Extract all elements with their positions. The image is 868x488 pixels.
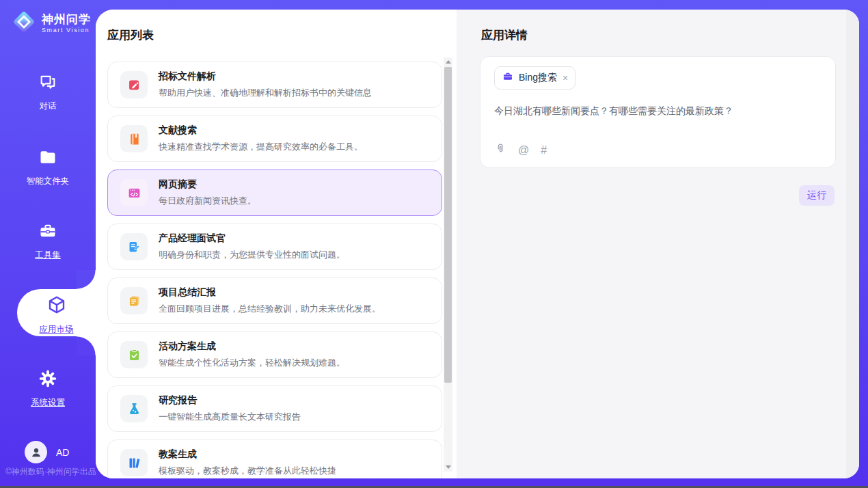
app-list-scrollbar[interactable] bbox=[444, 57, 452, 472]
app-name: 教案生成 bbox=[159, 448, 336, 461]
user-account[interactable]: AD bbox=[25, 441, 69, 463]
active-bubble-flare-bottom bbox=[77, 336, 96, 355]
input-toolbar: @ # bbox=[495, 143, 547, 157]
notes-icon bbox=[120, 287, 148, 314]
copyright-text: ©神州数码·神州问学出品 bbox=[5, 466, 96, 478]
app-card-lesson-plan[interactable]: 教案生成 模板驱动，教案秒成，教学准备从此轻松快捷 bbox=[107, 439, 442, 478]
detail-scrollbar-track[interactable] bbox=[846, 10, 859, 478]
app-card-activity-plan[interactable]: 活动方案生成 智能生成个性化活动方案，轻松解决规划难题。 bbox=[107, 331, 442, 378]
sidebar-item-settings[interactable]: 系统设置 bbox=[0, 369, 96, 409]
app-name: 产品经理面试官 bbox=[159, 232, 345, 245]
book-icon bbox=[120, 125, 148, 152]
sidebar-item-toolbox[interactable]: 工具集 bbox=[0, 221, 96, 261]
brand-logo: 神州问学 Smart Vision bbox=[11, 9, 91, 38]
app-name: 招标文件解析 bbox=[159, 70, 372, 83]
paperclip-icon[interactable] bbox=[495, 143, 506, 157]
interview-doc-icon bbox=[120, 233, 148, 260]
sidebar-item-label: 对话 bbox=[40, 101, 57, 111]
question-text[interactable]: 今日湖北有哪些新闻要点？有哪些需要关注的最新政策？ bbox=[494, 105, 822, 118]
scroll-down-arrow-icon[interactable] bbox=[444, 463, 452, 472]
clipboard-check-icon bbox=[120, 341, 148, 368]
app-desc: 每日政府新闻资讯快查。 bbox=[159, 195, 256, 207]
user-initials: AD bbox=[56, 447, 69, 458]
app-detail-title: 应用详情 bbox=[481, 27, 528, 43]
brand-subtitle: Smart Vision bbox=[42, 27, 91, 33]
app-card-research-report[interactable]: 研究报告 一键智能生成高质量长文本研究报告 bbox=[107, 385, 442, 432]
briefcase-icon bbox=[502, 71, 513, 85]
app-card-bid-parse[interactable]: 招标文件解析 帮助用户快速、准确地理解和解析招标书中的关键信息 bbox=[107, 62, 442, 108]
hash-icon[interactable]: # bbox=[541, 144, 547, 157]
app-card-project-summary[interactable]: 项目总结汇报 全面回顾项目进展，总结经验教训，助力未来优化发展。 bbox=[107, 277, 442, 324]
mention-icon[interactable]: @ bbox=[518, 144, 529, 157]
chat-icon bbox=[0, 72, 96, 94]
app-list-panel: 应用列表 招标文件解析 帮助用户快速、准确地理解和解析招标书中的关键信息 bbox=[96, 10, 457, 478]
gear-icon bbox=[0, 369, 96, 391]
app-list: 招标文件解析 帮助用户快速、准确地理解和解析招标书中的关键信息 文献搜索 bbox=[107, 62, 442, 478]
app-desc: 一键智能生成高质量长文本研究报告 bbox=[159, 411, 301, 423]
sidebar-item-label: 工具集 bbox=[35, 250, 61, 260]
sidebar-item-label: 智能文件夹 bbox=[27, 176, 70, 186]
app-desc: 智能生成个性化活动方案，轻松解决规划难题。 bbox=[159, 357, 345, 369]
close-icon[interactable]: × bbox=[562, 73, 568, 83]
app-name: 活动方案生成 bbox=[159, 340, 345, 353]
main-content: 应用列表 招标文件解析 帮助用户快速、准确地理解和解析招标书中的关键信息 bbox=[96, 10, 859, 478]
sidebar: 神州问学 Smart Vision 对话 智能文件夹 bbox=[0, 0, 96, 486]
books-icon bbox=[120, 449, 148, 476]
doc-edit-icon bbox=[120, 71, 148, 98]
tag-label: Bing搜索 bbox=[519, 72, 557, 84]
scroll-up-arrow-icon[interactable] bbox=[444, 57, 452, 66]
active-bubble-flare-top bbox=[77, 270, 96, 289]
app-desc: 模板驱动，教案秒成，教学准备从此轻松快捷 bbox=[159, 465, 336, 477]
app-desc: 全面回顾项目进展，总结经验教训，助力未来优化发展。 bbox=[159, 303, 381, 315]
app-name: 项目总结汇报 bbox=[159, 286, 381, 299]
app-card-literature-search[interactable]: 文献搜索 快速精准查找学术资源，提高研究效率的必备工具。 bbox=[107, 116, 442, 162]
research-flask-icon bbox=[120, 395, 148, 422]
app-name: 文献搜索 bbox=[159, 124, 363, 137]
scrollbar-thumb[interactable] bbox=[444, 67, 452, 383]
sidebar-item-smart-folder[interactable]: 智能文件夹 bbox=[0, 148, 96, 187]
app-card-web-summary[interactable]: 网页摘要 每日政府新闻资讯快查。 bbox=[107, 170, 442, 216]
folder-icon bbox=[0, 148, 96, 170]
app-desc: 帮助用户快速、准确地理解和解析招标书中的关键信息 bbox=[159, 87, 372, 99]
app-input-card[interactable]: Bing搜索 × 今日湖北有哪些新闻要点？有哪些需要关注的最新政策？ @ # bbox=[480, 56, 836, 168]
app-detail-panel: 应用详情 Bing搜索 × 今日湖北有哪些新闻要点？有哪些需要关注的最新政策？ bbox=[457, 10, 859, 478]
sidebar-item-label: 系统设置 bbox=[31, 398, 65, 407]
sidebar-item-chat[interactable]: 对话 bbox=[0, 72, 96, 112]
cube-icon bbox=[17, 295, 96, 318]
app-list-title: 应用列表 bbox=[107, 27, 457, 43]
sidebar-item-app-market-content[interactable]: 应用市场 bbox=[17, 295, 96, 336]
brand-name: 神州问学 bbox=[42, 13, 91, 27]
run-button[interactable]: 运行 bbox=[799, 185, 835, 206]
sidebar-item-label: 应用市场 bbox=[40, 325, 74, 334]
app-window: 神州问学 Smart Vision 对话 智能文件夹 bbox=[0, 0, 868, 488]
app-desc: 快速精准查找学术资源，提高研究效率的必备工具。 bbox=[159, 141, 363, 153]
avatar bbox=[25, 441, 47, 463]
tool-tag-bing-search[interactable]: Bing搜索 × bbox=[494, 66, 575, 90]
browser-code-icon bbox=[120, 179, 148, 206]
app-name: 网页摘要 bbox=[159, 178, 256, 191]
app-card-pm-interviewer[interactable]: 产品经理面试官 明确身份和职责，为您提供专业性的面试问题。 bbox=[107, 223, 442, 270]
brand-diamond-icon bbox=[11, 9, 37, 38]
toolbox-icon bbox=[0, 221, 96, 243]
app-desc: 明确身份和职责，为您提供专业性的面试问题。 bbox=[159, 249, 345, 261]
app-name: 研究报告 bbox=[159, 394, 301, 407]
